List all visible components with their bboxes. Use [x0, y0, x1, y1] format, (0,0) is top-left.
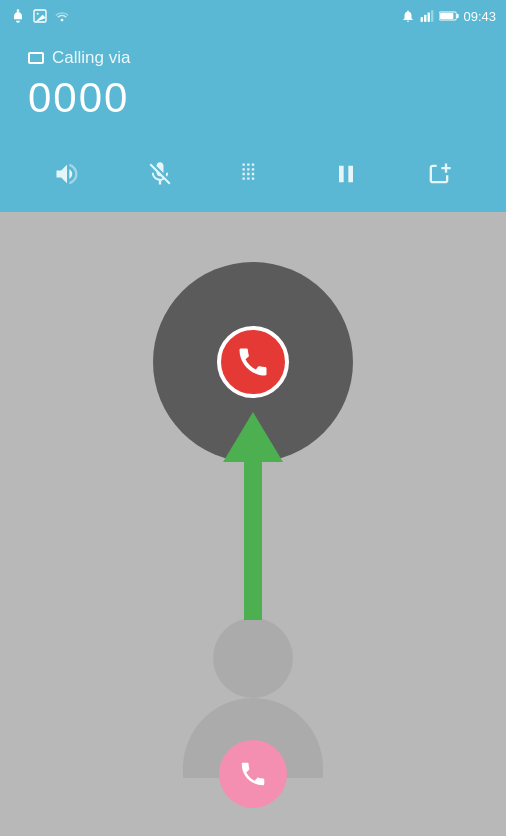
speaker-button[interactable]: [49, 156, 85, 192]
image-icon: [32, 8, 48, 24]
keypad-button[interactable]: [235, 156, 271, 192]
arrow-head: [223, 412, 283, 462]
svg-rect-8: [440, 13, 453, 19]
svg-rect-5: [428, 13, 430, 22]
svg-point-2: [37, 13, 39, 15]
wifi-icon: [54, 8, 70, 24]
alarm-icon: [401, 9, 415, 23]
calling-via-row: Calling via: [28, 48, 478, 68]
keypad-icon: [235, 156, 271, 192]
battery-icon: [439, 9, 459, 23]
phone-hangup-icon: [235, 344, 271, 380]
hold-icon: [328, 156, 364, 192]
phone-answer-icon: [238, 759, 268, 789]
call-controls: [0, 146, 506, 212]
svg-point-0: [17, 9, 20, 12]
svg-rect-9: [457, 14, 459, 18]
main-area: [0, 212, 506, 836]
status-bar: 09:43: [0, 0, 506, 32]
svg-rect-4: [425, 15, 427, 22]
add-call-icon: [421, 156, 457, 192]
call-number: 0000: [28, 74, 478, 122]
avatar-head: [213, 618, 293, 698]
hold-button[interactable]: [328, 156, 364, 192]
svg-rect-3: [421, 17, 423, 22]
status-icons-right: 09:43: [401, 9, 496, 24]
mute-button[interactable]: [142, 156, 178, 192]
sim-icon: [28, 52, 44, 64]
status-time: 09:43: [463, 9, 496, 24]
calling-via-text: Calling via: [52, 48, 130, 68]
notification-icon: [10, 8, 26, 24]
arrow-shaft: [244, 460, 262, 620]
hangup-button[interactable]: [217, 326, 289, 398]
answer-button[interactable]: [219, 740, 287, 808]
speaker-icon: [49, 156, 85, 192]
status-icons-left: [10, 8, 70, 24]
green-arrow: [223, 412, 283, 620]
signal-icon: [419, 9, 435, 23]
call-header: Calling via 0000: [0, 32, 506, 146]
mute-icon: [142, 156, 178, 192]
svg-rect-6: [432, 10, 434, 22]
add-call-button[interactable]: [421, 156, 457, 192]
